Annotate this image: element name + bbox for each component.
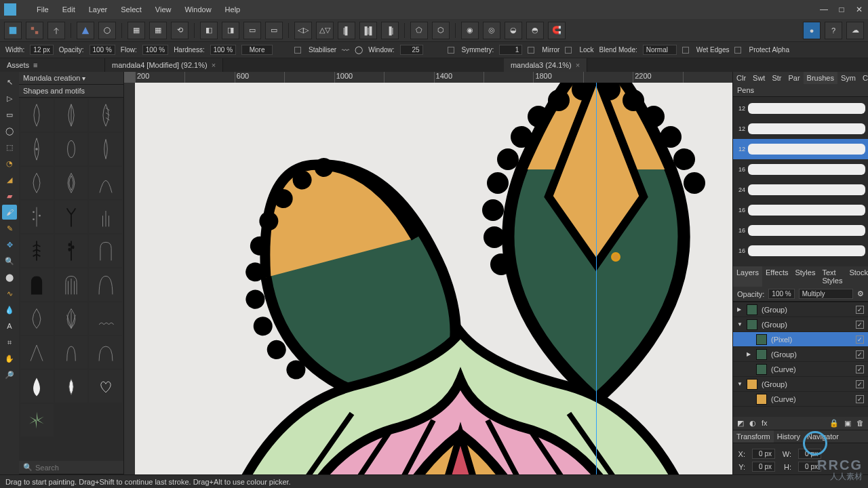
magnifier-tool[interactable]: 🔎 — [2, 367, 17, 382]
brush-preset[interactable]: 24 — [733, 180, 868, 200]
crop-tool[interactable]: ⌗ — [2, 335, 17, 350]
asset-triple-stem[interactable] — [89, 201, 122, 233]
zoom-tool[interactable]: 🔍 — [2, 253, 17, 268]
assets-subcategory[interactable]: Shapes and motifs — [19, 85, 123, 98]
node-tool[interactable]: ▷ — [2, 91, 17, 106]
toolbar-snap[interactable]: ▦ — [127, 22, 145, 39]
layer-mask-icon[interactable]: ◩ — [737, 419, 744, 428]
asset-star-leaf[interactable] — [20, 404, 54, 436]
assets-tab-menu-icon[interactable]: ≡ — [33, 61, 37, 69]
tab-chr[interactable]: Chr — [859, 72, 868, 84]
tab-str[interactable]: Str — [768, 72, 785, 84]
tab-effects[interactable]: Effects — [762, 266, 791, 287]
asset-leaf-outline[interactable] — [20, 99, 54, 131]
rect-tool[interactable]: ▭ — [2, 107, 17, 122]
minimize-button[interactable]: — — [819, 5, 829, 14]
tab-styles[interactable]: Styles — [791, 266, 818, 287]
toolbar-geom2[interactable]: ⬡ — [432, 22, 450, 39]
tab-stock[interactable]: Stock — [846, 266, 868, 287]
layer-lock-icon[interactable]: 🔒 — [829, 419, 839, 428]
tab-transform[interactable]: Transform — [733, 430, 774, 443]
more-button[interactable]: More — [241, 45, 273, 55]
layer-row[interactable]: ▶(Group)✓ — [733, 302, 868, 317]
asset-scallop[interactable] — [89, 302, 122, 335]
asset-teardrop-solid[interactable] — [20, 370, 54, 403]
tab-clr[interactable]: Clr — [733, 72, 749, 84]
toolbar-boolean2[interactable]: ◎ — [483, 22, 500, 39]
asset-petal-open[interactable] — [89, 167, 122, 199]
toolbar-flip-h[interactable]: ◁▷ — [294, 22, 312, 39]
asset-arch-fill[interactable] — [20, 268, 54, 301]
doc-tab-1-close-icon[interactable]: × — [212, 61, 216, 69]
layer-row[interactable]: (Curve)✓ — [733, 392, 868, 407]
tab-layers[interactable]: Layers — [733, 266, 762, 287]
persona-designer-icon[interactable] — [4, 22, 22, 39]
brush-category-select[interactable]: Pens — [733, 84, 868, 97]
paint-brush-tool[interactable]: 🖌 — [2, 205, 17, 220]
toolbar-align-l[interactable]: |▌ — [338, 22, 355, 39]
asset-arch-lines[interactable] — [55, 268, 88, 301]
persona-pixel-icon[interactable] — [26, 22, 43, 39]
assets-category-select[interactable]: Mandala creation ▾ — [19, 72, 123, 85]
close-button[interactable]: ✕ — [854, 5, 864, 14]
vertical-guide[interactable] — [596, 83, 597, 474]
brush-preset[interactable]: 16 — [733, 159, 868, 180]
menu-layer[interactable]: Layer — [89, 5, 108, 14]
eraser-tool[interactable]: ▰ — [2, 188, 17, 203]
toolbar-help-icon[interactable]: ? — [825, 22, 842, 39]
asset-petal-outline[interactable] — [55, 167, 88, 199]
menu-window[interactable]: Window — [184, 5, 211, 14]
move-tool[interactable]: ↖ — [2, 75, 17, 89]
pan-tool[interactable]: ⬤ — [2, 270, 17, 285]
layers-opacity-field[interactable]: 100 % — [768, 289, 794, 299]
menu-help[interactable]: Help — [225, 5, 241, 14]
hand-tool[interactable]: ✋ — [2, 351, 17, 366]
stabiliser-checkbox[interactable] — [294, 47, 301, 54]
asset-ogee[interactable] — [20, 336, 54, 369]
layer-row[interactable]: (Curve)✓ — [733, 362, 868, 377]
asset-onion-outline[interactable] — [20, 302, 54, 335]
toolbar-snap2[interactable]: ▦ — [149, 22, 167, 39]
layer-delete-icon[interactable]: 🗑 — [856, 419, 864, 428]
menu-select[interactable]: Select — [121, 5, 142, 14]
ink-tool[interactable]: ✥ — [2, 237, 17, 252]
pencil-tool[interactable]: ✎ — [2, 221, 17, 236]
asset-wide-leaf[interactable] — [20, 167, 54, 199]
toolbar-snap3[interactable]: ⟲ — [171, 22, 189, 39]
toolbar-snapping[interactable]: 🧲 — [548, 22, 566, 39]
opacity-field[interactable]: 100 % — [90, 45, 115, 55]
brush-preset[interactable]: 12 — [733, 98, 868, 119]
width-field[interactable]: 12 px — [30, 45, 53, 55]
tab-textstyles[interactable]: Text Styles — [818, 266, 846, 287]
stabiliser-window-icon[interactable]: ◯ — [355, 45, 363, 54]
asset-stem-dots[interactable] — [20, 201, 54, 233]
asset-leaf-veined[interactable] — [55, 99, 88, 131]
layer-row[interactable]: (Pixel)✓ — [733, 332, 868, 347]
window-field[interactable]: 25 — [400, 45, 423, 55]
layer-row[interactable]: ▼(Group)✓ — [733, 377, 868, 392]
toolbar-shape[interactable] — [77, 22, 94, 39]
tab-par[interactable]: Par — [785, 72, 803, 84]
asset-sprout[interactable] — [55, 201, 88, 233]
wet-checkbox[interactable] — [682, 47, 689, 54]
toolbar-order4[interactable]: ▭ — [265, 22, 283, 39]
toolbar-flip-v[interactable]: △▽ — [316, 22, 334, 39]
toolbar-geom1[interactable]: ⬠ — [410, 22, 428, 39]
toolbar-boolean1[interactable]: ◉ — [461, 22, 479, 39]
layer-group-icon[interactable]: ▣ — [844, 419, 851, 428]
gradient-tool[interactable]: ◢ — [2, 172, 17, 187]
flow-field[interactable]: 100 % — [142, 45, 168, 55]
ellipse-tool[interactable]: ◯ — [2, 123, 17, 138]
asset-bud-solid[interactable] — [55, 370, 88, 403]
asset-fern[interactable] — [20, 235, 54, 267]
layers-blend-select[interactable]: Multiply — [799, 289, 853, 299]
doc-tab-2[interactable]: mandala3 (24.1%) × — [504, 58, 587, 72]
symmetry-checkbox[interactable] — [448, 47, 454, 54]
asset-leaf-ribbed[interactable] — [89, 99, 122, 131]
menu-view[interactable]: View — [155, 5, 172, 14]
brush-preset[interactable]: 16 — [733, 220, 868, 241]
persona-export-icon[interactable] — [47, 22, 65, 39]
toolbar-align-r[interactable]: ▐| — [381, 22, 399, 39]
flood-tool[interactable]: ◔ — [2, 156, 17, 171]
assets-search[interactable]: 🔍 Search — [19, 461, 123, 474]
